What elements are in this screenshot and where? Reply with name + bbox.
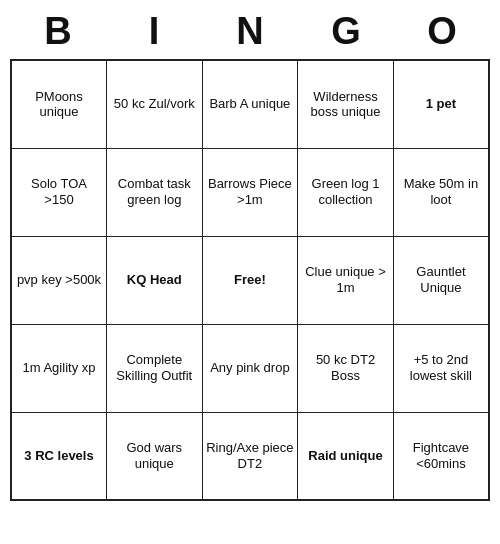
cell-r1-c1: Combat task green log xyxy=(107,148,203,236)
cell-r1-c3: Green log 1 collection xyxy=(298,148,394,236)
cell-r4-c3: Raid unique xyxy=(298,412,394,500)
cell-r0-c0: PMoons unique xyxy=(11,60,107,148)
cell-r3-c4: +5 to 2nd lowest skill xyxy=(393,324,489,412)
title-n: N xyxy=(210,10,290,53)
cell-r4-c1: God wars unique xyxy=(107,412,203,500)
cell-r0-c2: Barb A unique xyxy=(202,60,298,148)
cell-r0-c4: 1 pet xyxy=(393,60,489,148)
cell-r3-c3: 50 kc DT2 Boss xyxy=(298,324,394,412)
bingo-grid: PMoons unique50 kc Zul/vorkBarb A unique… xyxy=(10,59,490,501)
title-i: I xyxy=(114,10,194,53)
cell-r1-c4: Make 50m in loot xyxy=(393,148,489,236)
cell-r3-c2: Any pink drop xyxy=(202,324,298,412)
cell-r4-c2: Ring/Axe piece DT2 xyxy=(202,412,298,500)
title-b: B xyxy=(18,10,98,53)
cell-r3-c0: 1m Agility xp xyxy=(11,324,107,412)
cell-r2-c3: Clue unique > 1m xyxy=(298,236,394,324)
cell-r0-c1: 50 kc Zul/vork xyxy=(107,60,203,148)
cell-r0-c3: Wilderness boss unique xyxy=(298,60,394,148)
cell-r2-c0: pvp key >500k xyxy=(11,236,107,324)
cell-r1-c2: Barrows Piece >1m xyxy=(202,148,298,236)
cell-r2-c1: KQ Head xyxy=(107,236,203,324)
title-g: G xyxy=(306,10,386,53)
cell-r2-c2: Free! xyxy=(202,236,298,324)
cell-r3-c1: Complete Skilling Outfit xyxy=(107,324,203,412)
title-o: O xyxy=(402,10,482,53)
bingo-title: B I N G O xyxy=(10,0,490,59)
cell-r4-c0: 3 RC levels xyxy=(11,412,107,500)
cell-r2-c4: Gauntlet Unique xyxy=(393,236,489,324)
cell-r1-c0: Solo TOA >150 xyxy=(11,148,107,236)
cell-r4-c4: Fightcave <60mins xyxy=(393,412,489,500)
